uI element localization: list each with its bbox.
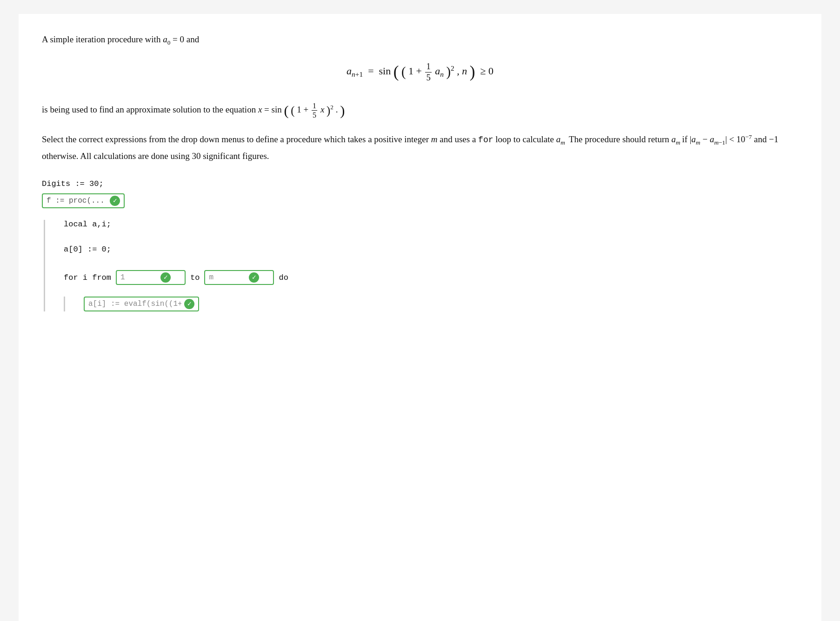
do-keyword: do	[279, 273, 288, 282]
body-input[interactable]	[88, 300, 181, 308]
and-text: and	[187, 34, 199, 44]
proc-check-icon: ✓	[110, 196, 120, 206]
from-check-icon: ✓	[160, 272, 171, 283]
instruction-paragraph: Select the correct expressions from the …	[42, 132, 798, 164]
to-input-wrap[interactable]: ✓	[204, 270, 274, 285]
proc-input-wrap[interactable]: ✓	[42, 193, 125, 208]
body-row: ✓	[65, 297, 798, 311]
to-keyword: to	[190, 273, 200, 282]
intro-paragraph: A simple iteration procedure with a0 = 0…	[42, 33, 798, 47]
proc-first-row: ✓	[42, 193, 798, 208]
code-section: Digits := 30; ✓ local a,i; a[0] := 0; fo…	[42, 178, 798, 312]
main-content: A simple iteration procedure with a0 = 0…	[19, 14, 821, 621]
a0-assign-line: a[0] := 0;	[45, 245, 798, 254]
to-input[interactable]	[209, 273, 246, 282]
for-keyword: for i from	[64, 273, 111, 282]
digits-line: Digits := 30;	[42, 178, 798, 190]
math-display-block: an+1 = sin ( ( 1 + 1 5 an )2 , n ) ≥ 0	[42, 61, 798, 83]
description-paragraph: is being used to find an approximate sol…	[42, 101, 798, 120]
proc-input[interactable]	[47, 197, 107, 205]
from-input[interactable]	[120, 273, 158, 282]
from-input-wrap[interactable]: ✓	[116, 270, 186, 285]
proc-body: local a,i; a[0] := 0; for i from ✓ to ✓ …	[44, 220, 798, 311]
body-check-icon: ✓	[184, 299, 194, 309]
a0-label: a	[163, 34, 167, 44]
body-input-wrap[interactable]: ✓	[84, 297, 199, 311]
for-row: for i from ✓ to ✓ do	[45, 270, 798, 285]
local-line: local a,i;	[45, 220, 798, 229]
to-check-icon: ✓	[249, 272, 259, 283]
do-body: ✓	[64, 297, 798, 311]
